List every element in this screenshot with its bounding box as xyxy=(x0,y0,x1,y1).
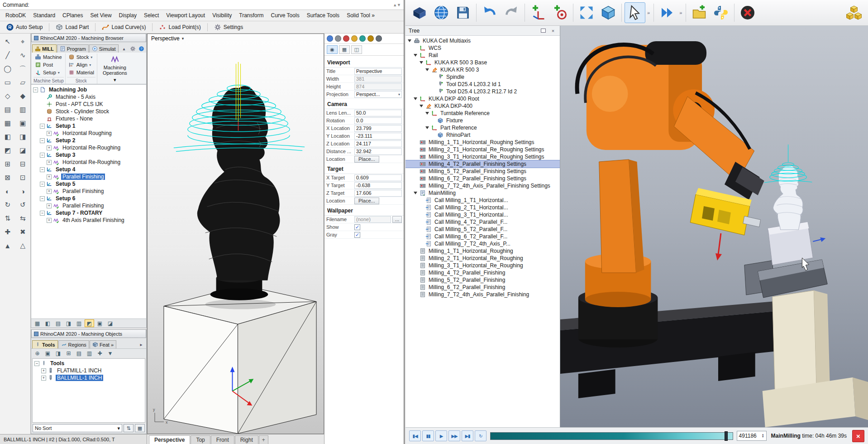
tree-expander[interactable]: + xyxy=(47,131,52,136)
rhino-tool-icon-32[interactable]: △ xyxy=(15,239,31,252)
display-toggle-icon-6[interactable]: ◩ xyxy=(85,319,94,327)
stop-button[interactable] xyxy=(737,2,758,23)
tree-expander[interactable]: + xyxy=(47,160,52,165)
prop-value[interactable]: 17.606 xyxy=(354,190,402,197)
robodk-3d-scene[interactable] xyxy=(560,26,868,427)
prop-value[interactable]: Perspective xyxy=(354,68,402,75)
menu-cplanes[interactable]: CPlanes xyxy=(59,10,86,20)
rhino-viewport[interactable]: y x Perspective ▾ xyxy=(147,34,324,434)
toolbar-load-part-button[interactable]: Load Part xyxy=(53,23,91,32)
objects-tool-icon-7[interactable]: ✚ xyxy=(95,349,105,357)
tree-expander[interactable]: + xyxy=(47,145,52,150)
menu-select[interactable]: Select xyxy=(140,10,162,20)
display-toggle-icon-4[interactable]: ◨ xyxy=(64,319,73,327)
add-reference-frame-button[interactable] xyxy=(528,2,548,23)
robodk-tree-item[interactable]: Milling_2_T1_Horizontal_Re_Roughing Sett… xyxy=(405,146,560,153)
properties-tab-icon-1[interactable] xyxy=(327,35,333,42)
machining-tree-item[interactable]: +Horizontal Re-Roughing xyxy=(31,144,146,151)
stock-button[interactable]: Stock▾ xyxy=(67,53,95,61)
sort-direction-button[interactable]: ⇅ xyxy=(124,424,134,432)
robodk-tree-item[interactable]: RhinoPart xyxy=(405,131,560,139)
machining-browser-title-bar[interactable]: RhinoCAM 2020 - Machining Browser xyxy=(31,34,146,42)
tree-expander[interactable]: + xyxy=(47,189,52,194)
tree-expander[interactable]: − xyxy=(40,182,45,187)
simulation-step-input[interactable]: 491186 ▲▼ xyxy=(737,431,767,441)
robodk-tree-item[interactable]: Call Milling_7_T2_4th_Axis_P... xyxy=(405,240,560,247)
robodk-tree-item[interactable]: Call Milling_1_T1_Horizontal... xyxy=(405,197,560,204)
machining-tree-item[interactable]: −Setup 5 xyxy=(31,180,146,188)
machining-tree-item[interactable]: −Setup 6 xyxy=(31,195,146,202)
robodk-tree-item[interactable]: Tool D25.4 L203.2 Id 1 xyxy=(405,81,560,88)
prop-value[interactable]: -23.111 xyxy=(354,133,402,140)
rhino-tool-icon-18[interactable]: ◪ xyxy=(15,144,31,157)
machining-tree-item[interactable]: +Parallel Finishing xyxy=(31,202,146,209)
rhino-3d-scene[interactable]: y x xyxy=(148,34,324,434)
robodk-tree-item[interactable]: Milling_7_T2_4th_Axis_Parallel_Finishing xyxy=(405,291,560,298)
post-button[interactable]: Post xyxy=(33,61,64,68)
collision-map-button[interactable] xyxy=(844,2,864,23)
spinner-icon[interactable]: ▲▼ xyxy=(762,434,764,438)
robodk-tree-item[interactable]: MainMilling xyxy=(405,189,560,197)
display-toggle-icon-5[interactable]: ▥ xyxy=(74,319,84,327)
robodk-tree-item[interactable]: Milling_3_T1_Horizontal_Re_Roughing xyxy=(405,262,560,269)
robodk-tree-item[interactable]: Call Milling_6_T2_Parallel_F... xyxy=(405,233,560,240)
robodk-3d-view[interactable] xyxy=(560,26,868,427)
command-bar[interactable]: Command: ▲▼ xyxy=(0,0,404,10)
machining-tree-item[interactable]: +Parallel Finishing xyxy=(31,173,146,180)
prop-value[interactable]: 23.799 xyxy=(354,125,402,132)
toolbar-auto-setup-button[interactable]: Auto Setup xyxy=(4,23,45,32)
rhino-tool-icon-1[interactable]: ↖ xyxy=(0,35,15,48)
command-input[interactable] xyxy=(32,1,390,9)
rhino-tool-icon-8[interactable]: ▱ xyxy=(15,76,31,89)
robodk-tree-item[interactable]: Milling_2_T1_Horizontal_Re_Roughing xyxy=(405,255,560,262)
robodk-tree-item[interactable]: Call Milling_2_T1_Horizontal... xyxy=(405,204,560,211)
tree-expander[interactable]: − xyxy=(40,153,45,158)
browser-settings-button[interactable] xyxy=(129,45,137,53)
properties-subtab-2[interactable]: ▦ xyxy=(339,45,350,54)
robodk-tree-item[interactable]: Spindle xyxy=(405,73,560,81)
machining-tree-item[interactable]: −Machining Job xyxy=(31,86,146,93)
properties-subtab-1[interactable]: ◉ xyxy=(327,45,338,54)
properties-tab-icon-2[interactable] xyxy=(335,35,341,42)
machining-tree-item[interactable]: +Horizontal Roughing xyxy=(31,130,146,137)
prop-value[interactable]: Perspect...▾ xyxy=(354,91,402,98)
machining-operations-button[interactable]: Machining Operations ▾ xyxy=(97,53,133,84)
tab-regions[interactable]: Regions xyxy=(58,340,89,348)
robodk-tree-item[interactable]: Milling_6_T2_Parallel_Finishing Settings xyxy=(405,175,560,182)
machining-tree-item[interactable]: +Horizontal Re-Roughing xyxy=(31,159,146,166)
tree-expander[interactable]: − xyxy=(40,211,45,216)
robodk-tree-item[interactable]: Call Milling_5_T2_Parallel_F... xyxy=(405,226,560,233)
properties-tab-icon-7[interactable] xyxy=(376,35,382,42)
overflow-chevron-icon[interactable]: » xyxy=(678,10,683,15)
tree-expander[interactable]: + xyxy=(47,218,52,223)
display-toggle-icon-8[interactable]: ◪ xyxy=(105,319,115,327)
python-script-button[interactable] xyxy=(711,2,731,23)
tree-expander[interactable]: + xyxy=(47,203,52,208)
display-toggle-icon-7[interactable]: ▣ xyxy=(95,319,105,327)
robodk-tree-item[interactable]: Tool D25.4 L203.2 R12.7 Id 2 xyxy=(405,88,560,95)
isometric-view-button[interactable] xyxy=(598,2,619,23)
robodk-tree-item[interactable]: Milling_3_T1_Horizontal_Re_Roughing Sett… xyxy=(405,153,560,160)
step-back-button[interactable]: ▮◀ xyxy=(409,430,421,441)
robodk-tree-item[interactable]: KUKA KR 500 3 xyxy=(405,66,560,73)
rhino-tool-icon-22[interactable]: ⊡ xyxy=(15,171,31,184)
rhino-tool-icon-12[interactable]: ▥ xyxy=(15,103,31,116)
objects-tool-icon-5[interactable]: ▤ xyxy=(74,349,84,357)
tree-expander[interactable]: + xyxy=(41,376,46,381)
objects-tool-icon-1[interactable]: ⊕ xyxy=(33,349,42,357)
rhino-tool-icon-10[interactable]: ◆ xyxy=(15,89,31,103)
tab-feat[interactable]: Feat» xyxy=(90,340,116,348)
robodk-tree-item[interactable]: Milling_5_T2_Parallel_Finishing Settings xyxy=(405,168,560,175)
rhino-tool-icon-14[interactable]: ▣ xyxy=(15,116,31,130)
tool-item[interactable]: +FLATMILL-1 INCH xyxy=(33,367,145,374)
rhino-tool-icon-23[interactable]: ◐ xyxy=(0,184,15,198)
open-online-library-button[interactable] xyxy=(431,2,452,23)
machining-tree-item[interactable]: Machine - 5 Axis xyxy=(31,93,146,101)
display-toggle-icon-3[interactable]: ▤ xyxy=(53,319,63,327)
tab-tools[interactable]: Tools xyxy=(32,340,58,348)
robodk-tree-item[interactable]: Rail xyxy=(405,52,560,59)
tree-expander-icon[interactable] xyxy=(425,126,429,129)
menu-standard[interactable]: Standard xyxy=(29,10,59,20)
material-button[interactable]: Material xyxy=(67,69,95,76)
objects-tool-icon-6[interactable]: ▥ xyxy=(85,349,94,357)
